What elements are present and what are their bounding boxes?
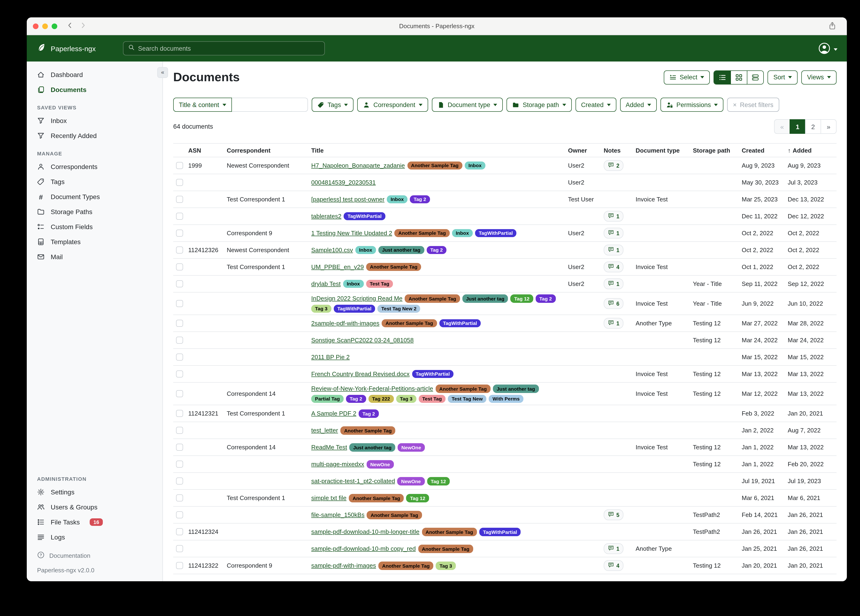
cell-storage-path[interactable]: Year - Title xyxy=(693,300,741,307)
row-checkbox[interactable] xyxy=(176,495,183,502)
tag-chip[interactable]: Test Tag New 2 xyxy=(378,305,421,313)
document-link[interactable]: UM_PPBE_en_v29 xyxy=(311,263,364,270)
cell-storage-path[interactable]: Year - Title xyxy=(693,280,741,288)
tag-chip[interactable]: Another Sample Tag xyxy=(395,229,450,237)
tag-chip[interactable]: Test Tag xyxy=(419,395,446,403)
col-header-owner[interactable]: Owner xyxy=(568,147,603,154)
tag-chip[interactable]: Tag 3 xyxy=(396,395,416,403)
reset-filters-button[interactable]: × Reset filters xyxy=(727,97,779,112)
sidebar-item-storage-paths[interactable]: Storage Paths xyxy=(27,204,162,219)
document-link[interactable]: tablerates2 xyxy=(311,213,342,220)
share-icon[interactable] xyxy=(828,22,836,32)
notes-badge[interactable]: 1 xyxy=(604,278,624,289)
tag-chip[interactable]: Tag 2 xyxy=(536,294,556,303)
document-link[interactable]: sample-pdf-download-10-mb-longer-title xyxy=(311,528,419,536)
sidebar-item-custom-fields[interactable]: Custom Fields xyxy=(27,219,162,234)
tag-chip[interactable]: Tag 12 xyxy=(406,494,429,502)
cards-view-button[interactable] xyxy=(747,71,764,84)
notes-badge[interactable]: 1 xyxy=(604,544,624,554)
tag-chip[interactable]: Another Sample Tag xyxy=(367,511,422,519)
tag-chip[interactable]: Another Sample Tag xyxy=(378,561,433,570)
cell-correspondent[interactable]: Test Correspondent 1 xyxy=(227,263,310,270)
filter-tags-button[interactable]: Tags xyxy=(312,97,354,112)
notes-badge[interactable]: 1 xyxy=(604,211,624,222)
sort-button[interactable]: Sort xyxy=(768,70,798,84)
cell-storage-path[interactable]: Testing 12 xyxy=(693,320,741,327)
col-header-added[interactable]: ↑Added xyxy=(788,147,836,154)
user-menu[interactable] xyxy=(818,42,838,57)
cell-storage-path[interactable]: TestPath2 xyxy=(693,512,741,519)
cell-storage-path[interactable]: Testing 12 xyxy=(693,371,741,377)
cell-document-type[interactable]: Another Type xyxy=(636,545,692,552)
sidebar-item-users-groups[interactable]: Users & Groups xyxy=(27,500,162,515)
tag-chip[interactable]: Tag 3 xyxy=(436,561,456,570)
document-link[interactable]: 2011 BP Pie 2 xyxy=(311,354,350,361)
sidebar-item-recently-added[interactable]: Recently Added xyxy=(27,128,162,143)
cell-correspondent[interactable]: Test Correspondent 1 xyxy=(227,410,310,417)
tag-chip[interactable]: Another Sample Tag xyxy=(381,319,437,327)
tag-chip[interactable]: Just another tag xyxy=(350,443,395,451)
tag-chip[interactable]: Inbox xyxy=(355,246,376,254)
notes-badge[interactable]: 1 xyxy=(604,228,624,239)
tag-chip[interactable]: Tag 12 xyxy=(510,294,533,303)
tag-chip[interactable]: TagWithPartial xyxy=(412,370,454,378)
row-checkbox[interactable] xyxy=(176,512,183,519)
row-checkbox[interactable] xyxy=(176,280,183,288)
tag-chip[interactable]: NewOne xyxy=(398,443,425,451)
col-header-title[interactable]: Title xyxy=(311,147,567,154)
title-content-dropdown[interactable]: Title & content xyxy=(173,97,232,112)
tag-chip[interactable]: TagWithPartial xyxy=(344,212,385,220)
row-checkbox[interactable] xyxy=(176,354,183,361)
document-link[interactable]: file-sample_150kBs xyxy=(311,512,364,519)
filter-correspondent-button[interactable]: Correspondent xyxy=(358,97,428,112)
cell-document-type[interactable]: Invoice Test xyxy=(636,263,692,270)
document-link[interactable]: A Sample PDF 2 xyxy=(311,410,356,417)
row-checkbox[interactable] xyxy=(176,162,183,169)
sidebar-item-correspondents[interactable]: Correspondents xyxy=(27,159,162,174)
notes-badge[interactable]: 6 xyxy=(604,298,624,309)
list-view-button[interactable] xyxy=(714,71,731,84)
tag-chip[interactable]: Another Sample Tag xyxy=(366,263,421,271)
document-link[interactable]: sample-pdf-download-10-mb copy_red xyxy=(311,545,416,552)
sidebar-item-dashboard[interactable]: Dashboard xyxy=(27,67,162,82)
tag-chip[interactable]: TagWithPartial xyxy=(475,229,516,237)
filter-storage-path-button[interactable]: Storage path xyxy=(507,97,572,112)
cell-correspondent[interactable]: Newest Correspondent xyxy=(227,247,310,253)
sidebar-item-tags[interactable]: Tags xyxy=(27,174,162,189)
cell-storage-path[interactable]: TestPath2 xyxy=(693,528,741,536)
document-link[interactable]: drylab Test xyxy=(311,280,341,288)
search-input[interactable] xyxy=(138,45,320,52)
document-link[interactable]: ReadMe Test xyxy=(311,444,347,451)
notes-badge[interactable]: 4 xyxy=(604,560,624,571)
notes-badge[interactable]: 1 xyxy=(604,318,624,328)
tag-chip[interactable]: Tag 2 xyxy=(410,195,430,203)
document-link[interactable]: test_letter xyxy=(311,427,338,434)
cell-storage-path[interactable]: Testing 12 xyxy=(693,337,741,344)
views-button[interactable]: Views xyxy=(801,70,836,84)
col-header-created[interactable]: Created xyxy=(742,147,787,154)
tag-chip[interactable]: Test Tag New xyxy=(448,395,486,403)
tag-chip[interactable]: Tag 3 xyxy=(311,305,331,313)
row-checkbox[interactable] xyxy=(176,213,183,220)
row-checkbox[interactable] xyxy=(176,179,183,186)
tag-chip[interactable]: Another Sample Tag xyxy=(435,385,491,393)
row-checkbox[interactable] xyxy=(176,478,183,485)
document-link[interactable]: French Country Bread Revised.docx xyxy=(311,371,410,377)
col-header-asn[interactable]: ASN xyxy=(188,147,226,154)
tag-chip[interactable]: TagWithPartial xyxy=(439,319,481,327)
sidebar-item-inbox[interactable]: Inbox xyxy=(27,113,162,128)
tag-chip[interactable]: Another Sample Tag xyxy=(405,294,460,303)
document-link[interactable]: Review-of-New-York-Federal-Petitions-art… xyxy=(311,385,433,392)
brand[interactable]: Paperless-ngx xyxy=(37,43,96,53)
sidebar-item-document-types[interactable]: #Document Types xyxy=(27,189,162,204)
row-checkbox[interactable] xyxy=(176,461,183,468)
sidebar-item-file-tasks[interactable]: File Tasks16 xyxy=(27,515,162,530)
document-link[interactable]: 1 Testing New Title Updated 2 xyxy=(311,229,392,237)
row-checkbox[interactable] xyxy=(176,371,183,377)
cell-correspondent[interactable]: Correspondent 9 xyxy=(227,562,310,569)
document-link[interactable]: H7_Napoleon_Bonaparte_zadanie xyxy=(311,162,405,169)
tag-chip[interactable]: Inbox xyxy=(387,195,408,203)
sidebar-collapse-button[interactable]: « xyxy=(157,67,168,78)
row-checkbox[interactable] xyxy=(176,390,183,398)
cell-storage-path[interactable]: Testing 12 xyxy=(693,562,741,569)
